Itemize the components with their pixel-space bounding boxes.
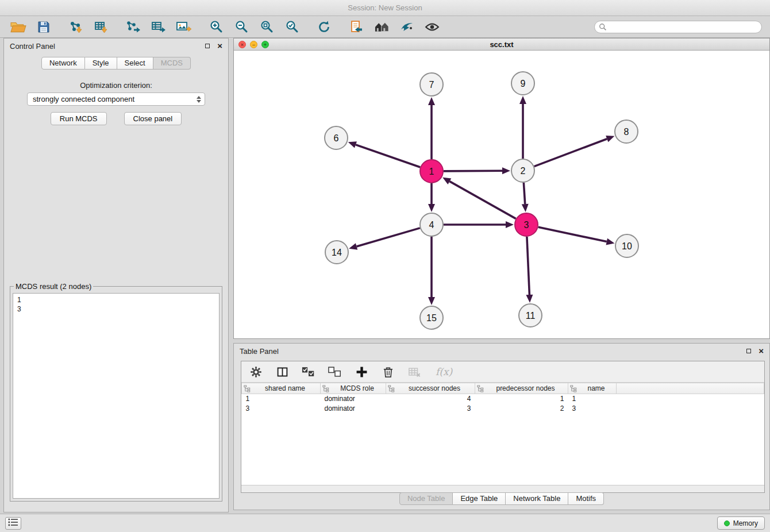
- node-8[interactable]: 8: [615, 120, 638, 143]
- table-tab-node-table[interactable]: Node Table: [399, 492, 453, 505]
- edge-3-10[interactable]: [538, 227, 607, 241]
- float-panel-button[interactable]: [204, 43, 211, 49]
- minimize-window-button[interactable]: [250, 41, 257, 48]
- refresh-icon[interactable]: [314, 18, 334, 36]
- close-panel-button[interactable]: Close panel: [124, 112, 182, 125]
- column-sort-icon: [322, 385, 329, 394]
- column-header-name[interactable]: name: [568, 383, 617, 394]
- search-input[interactable]: [594, 21, 762, 33]
- svg-text:3: 3: [524, 220, 529, 230]
- add-row-icon[interactable]: [354, 364, 369, 379]
- style-brush-icon[interactable]: [397, 18, 417, 36]
- node-3[interactable]: 3: [515, 213, 538, 236]
- select-all-icon[interactable]: [301, 364, 316, 379]
- edge-2-3[interactable]: [523, 183, 525, 204]
- network-window-title: scc.txt: [490, 40, 513, 49]
- node-10[interactable]: 10: [615, 234, 638, 257]
- table-cell[interactable]: 3: [242, 404, 321, 414]
- edge-3-11[interactable]: [527, 237, 529, 295]
- edge-3-1[interactable]: [449, 182, 515, 219]
- function-builder-icon: f(x): [436, 366, 452, 377]
- network-window-titlebar[interactable]: scc.txt: [234, 38, 769, 51]
- columns-icon[interactable]: [275, 364, 290, 379]
- zoom-fit-icon[interactable]: [257, 18, 276, 36]
- table-cell[interactable]: 3: [568, 404, 617, 414]
- table-row[interactable]: 1dominator411: [242, 394, 764, 404]
- svg-text:2: 2: [521, 166, 526, 176]
- node-11[interactable]: 11: [519, 304, 542, 327]
- run-mcds-button[interactable]: Run MCDS: [51, 112, 107, 125]
- table-panel-tabs: Node TableEdge TableNetwork TableMotifs: [234, 492, 769, 505]
- edge-1-6[interactable]: [356, 145, 420, 167]
- table-tab-edge-table[interactable]: Edge Table: [453, 492, 506, 505]
- import-network-icon[interactable]: [66, 18, 86, 36]
- export-image-icon[interactable]: [174, 18, 194, 36]
- close-panel-icon[interactable]: [217, 43, 222, 49]
- memory-button[interactable]: Memory: [717, 516, 765, 530]
- table-cell[interactable]: 1: [475, 394, 568, 404]
- zoom-in-icon[interactable]: [206, 18, 226, 36]
- control-tab-mcds[interactable]: MCDS: [153, 57, 191, 70]
- table-row[interactable]: 3dominator323: [242, 404, 764, 414]
- close-window-button[interactable]: [238, 41, 246, 48]
- delete-row-icon[interactable]: [380, 364, 395, 379]
- svg-text:1: 1: [429, 167, 434, 176]
- float-table-panel-button[interactable]: [745, 348, 752, 354]
- table-tab-network-table[interactable]: Network Table: [506, 492, 568, 505]
- grid-disabled-icon: [407, 364, 422, 379]
- arrowhead-2-9: [519, 96, 526, 104]
- mcds-result-box: MCDS result (2 nodes) 13: [10, 282, 222, 502]
- eye-icon[interactable]: [422, 18, 442, 36]
- table-cell[interactable]: 1: [568, 394, 617, 404]
- open-session-icon[interactable]: [9, 18, 28, 36]
- column-header-successor-nodes[interactable]: successor nodes: [386, 383, 475, 394]
- save-session-icon[interactable]: [34, 18, 53, 36]
- edge-2-8[interactable]: [534, 139, 607, 167]
- zoom-out-icon[interactable]: [232, 18, 251, 36]
- table-cell[interactable]: 2: [475, 404, 568, 414]
- node-14[interactable]: 14: [325, 241, 348, 264]
- control-tab-style[interactable]: Style: [85, 57, 117, 70]
- export-table-icon[interactable]: [149, 18, 168, 36]
- document-share-icon[interactable]: [346, 18, 366, 36]
- table-cell[interactable]: 4: [386, 394, 475, 404]
- node-7[interactable]: 7: [420, 73, 443, 96]
- table-cell[interactable]: dominator: [321, 394, 386, 404]
- close-table-panel-icon[interactable]: [759, 348, 764, 354]
- edge-1-2[interactable]: [444, 171, 502, 171]
- node-6[interactable]: 6: [325, 126, 348, 149]
- mcds-result-title: MCDS result (2 nodes): [14, 282, 93, 291]
- table-cell[interactable]: 3: [386, 404, 475, 414]
- criterion-select[interactable]: strongly connected component: [27, 92, 205, 106]
- table-cell[interactable]: dominator: [321, 404, 386, 414]
- node-2[interactable]: 2: [511, 159, 534, 182]
- svg-text:4: 4: [429, 220, 434, 230]
- column-header-predecessor-nodes[interactable]: predecessor nodes: [475, 383, 568, 394]
- control-tab-network[interactable]: Network: [41, 57, 85, 70]
- node-1[interactable]: 1: [420, 160, 443, 183]
- float-icon: [746, 349, 751, 353]
- task-history-button[interactable]: [5, 517, 21, 530]
- import-table-icon[interactable]: [91, 18, 111, 36]
- deselect-all-icon[interactable]: [328, 364, 342, 379]
- zoom-selected-icon[interactable]: [282, 18, 302, 36]
- edge-4-14[interactable]: [357, 228, 420, 246]
- network-canvas[interactable]: 7968124314101511: [234, 51, 769, 338]
- control-tab-select[interactable]: Select: [117, 57, 153, 70]
- search-box: [594, 21, 762, 33]
- table-cell[interactable]: 1: [242, 394, 321, 404]
- node-15[interactable]: 15: [420, 306, 443, 329]
- column-header-shared-name[interactable]: shared name: [242, 383, 321, 394]
- svg-text:8: 8: [624, 127, 629, 137]
- column-sort-icon: [570, 385, 577, 394]
- home-icon[interactable]: [372, 18, 391, 36]
- column-header-MCDS-role[interactable]: MCDS role: [321, 383, 386, 394]
- gear-icon[interactable]: [248, 364, 263, 379]
- horizontal-scrollbar[interactable]: [241, 485, 764, 492]
- export-network-icon[interactable]: [124, 18, 143, 36]
- node-4[interactable]: 4: [420, 213, 443, 236]
- node-9[interactable]: 9: [511, 72, 534, 95]
- table-tab-motifs[interactable]: Motifs: [568, 492, 604, 505]
- mcds-result-list[interactable]: 13: [13, 293, 220, 499]
- zoom-window-button[interactable]: [261, 41, 269, 48]
